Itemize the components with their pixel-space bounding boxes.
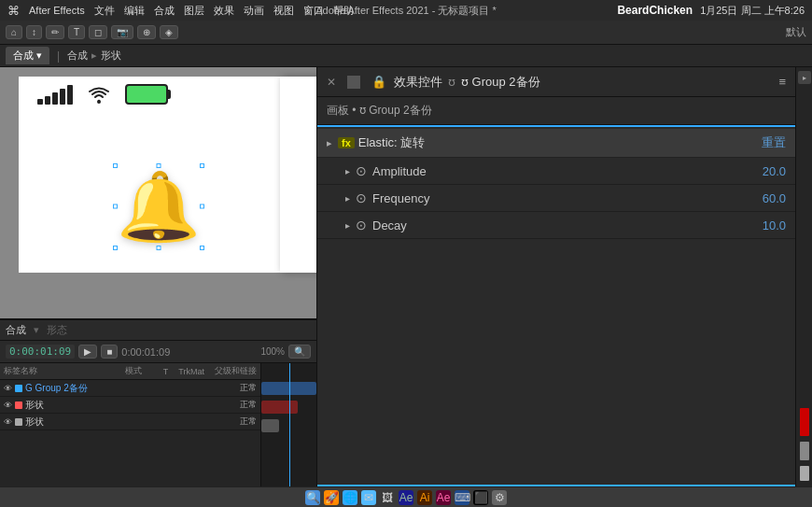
dock-ae2[interactable]: Ae — [436, 490, 451, 505]
layer-color-3 — [15, 418, 22, 426]
timeline-title: 合成 — [6, 323, 26, 337]
dock-settings[interactable]: ⚙ — [492, 490, 507, 505]
effect-main-row[interactable]: ▸ fx Elastic: 旋转 重置 — [317, 129, 795, 158]
group-separator: ʊ — [448, 75, 455, 89]
dock-terminal[interactable]: ⬛ — [473, 490, 488, 505]
toolbar-null[interactable]: ⊕ — [137, 25, 156, 39]
wifi-icon — [86, 84, 112, 105]
layer-name-1[interactable]: G Group 2备份 — [25, 382, 88, 395]
col-t: T — [163, 367, 169, 376]
svg-point-0 — [97, 100, 101, 104]
close-button[interactable]: ✕ — [327, 76, 336, 89]
col-trinmat: TrkMat — [178, 367, 204, 376]
dock-ai[interactable]: Ai — [417, 490, 432, 505]
layer-mode-1[interactable]: 正常 — [240, 382, 257, 394]
frequency-label: Frequency — [372, 191, 763, 205]
menu-edit[interactable]: 编辑 — [124, 4, 145, 18]
col-mode: 模式 — [125, 365, 142, 377]
layer-row-group2[interactable]: 👁 G Group 2备份 正常 — [0, 380, 260, 397]
timeline-header: 合成 ▾ 形态 — [0, 320, 316, 341]
toolbar2: 合成 ▾ | 合成 ▸ 形状 — [0, 45, 812, 67]
frequency-value[interactable]: 60.0 — [763, 191, 786, 205]
handle-bc — [156, 246, 161, 250]
far-right-panel: ▸ — [795, 67, 812, 486]
param-row-frequency: ▸ ⊙ Frequency 60.0 — [317, 185, 795, 212]
menu-effects[interactable]: 效果 — [214, 4, 234, 18]
layer-eye2[interactable]: 👁 — [4, 401, 12, 410]
dock-safari[interactable]: 🌐 — [343, 490, 357, 505]
dock-mail[interactable]: ✉ — [361, 490, 376, 505]
tab-composition[interactable]: 合成 ▾ — [6, 47, 49, 64]
signal-bars-icon — [37, 85, 73, 105]
menu-view[interactable]: 视图 — [273, 4, 294, 18]
handle-tc — [156, 163, 161, 168]
toolbar-shape[interactable]: ◻ — [89, 25, 107, 39]
toolbar-info: 默认 — [786, 25, 806, 39]
menu-file[interactable]: 文件 — [94, 4, 115, 18]
dock-photos[interactable]: 🖼 — [380, 490, 395, 505]
amplitude-value[interactable]: 20.0 — [763, 164, 786, 178]
breadcrumb-shape[interactable]: 形状 — [101, 49, 121, 63]
layer-mode-2[interactable]: 正常 — [240, 399, 257, 411]
col-label: 标签名称 — [4, 365, 37, 377]
toolbar-mask[interactable]: ◈ — [160, 25, 178, 39]
zoom-level: 100% — [260, 346, 285, 357]
color-swatch-red — [800, 408, 809, 436]
decay-value[interactable]: 10.0 — [763, 218, 786, 232]
panel-menu-icon[interactable]: ≡ — [778, 75, 786, 89]
toolbar-arrow[interactable]: ↕ — [26, 25, 42, 39]
menu-bar: ⌘ After Effects 文件 编辑 合成 图层 效果 动画 视图 窗口 … — [0, 0, 812, 21]
timeline-controls: 0:00:01:09 ▶ ■ 0:00:01:09 100% 🔍 — [0, 341, 316, 363]
dock-vscode[interactable]: ⌨ — [455, 490, 469, 505]
effect-name: Elastic: 旋转 — [358, 134, 762, 151]
layer-header: 标签名称 模式 T TrkMat 父级和链接 — [0, 363, 260, 380]
menu-composition[interactable]: 合成 — [154, 4, 175, 18]
play-btn[interactable]: ▶ — [78, 345, 97, 359]
timecode[interactable]: 0:00:01:09 — [6, 345, 75, 359]
canvas-right-overlay — [280, 77, 317, 273]
status-icons — [19, 77, 299, 112]
toolbar-camera[interactable]: 📷 — [111, 25, 133, 39]
dock-ae[interactable]: Ae — [399, 490, 413, 505]
blue-accent-line — [317, 125, 795, 127]
toolbar-text[interactable]: T — [68, 25, 85, 39]
menu-layer[interactable]: 图层 — [184, 4, 204, 18]
stop-btn[interactable]: ■ — [101, 345, 118, 359]
breadcrumb: 合成 ▸ 形状 — [67, 49, 121, 63]
handle-bl — [113, 246, 118, 250]
layer-name-3[interactable]: 形状 — [25, 415, 44, 429]
playhead — [289, 363, 290, 486]
effects-path-text: 画板 • ʊ Group 2备份 — [327, 104, 432, 117]
dock-launchpad[interactable]: 🚀 — [324, 490, 339, 505]
app-name[interactable]: After Effects — [29, 5, 85, 16]
dock: 🔍 🚀 🌐 ✉ 🖼 Ae Ai Ae ⌨ ⬛ ⚙ — [0, 486, 812, 507]
menu-bar-right: BeardChicken 1月25日 周二 上午8:26 — [617, 4, 805, 18]
layer-eye[interactable]: 👁 — [4, 384, 12, 393]
visibility-toggle[interactable] — [347, 76, 360, 89]
lock-icon[interactable]: 🔒 — [371, 75, 386, 89]
layer-eye3[interactable]: 👁 — [4, 417, 12, 427]
fx-badge: fx — [338, 137, 355, 148]
expand-arrow-frequency[interactable]: ▸ — [345, 193, 350, 204]
menu-animation[interactable]: 动画 — [244, 4, 264, 18]
expand-arrow[interactable]: ▸ — [327, 137, 332, 149]
layer-color-1 — [15, 385, 22, 392]
layer-row-shape1[interactable]: 👁 形状 正常 — [0, 397, 260, 414]
color-swatch-gray — [800, 442, 809, 460]
dock-finder[interactable]: 🔍 — [305, 490, 320, 505]
apple-menu[interactable]: ⌘ — [7, 4, 20, 18]
expand-arrow-decay[interactable]: ▸ — [345, 220, 350, 231]
layer-mode-3[interactable]: 正常 — [240, 415, 257, 428]
layer-name-2[interactable]: 形状 — [25, 399, 44, 412]
bar2 — [45, 96, 50, 105]
search-comp[interactable]: 🔍 — [288, 345, 311, 359]
param-row-decay: ▸ ⊙ Decay 10.0 — [317, 212, 795, 239]
far-right-btn1[interactable]: ▸ — [798, 71, 811, 84]
reset-button[interactable]: 重置 — [762, 134, 786, 151]
expand-arrow-amplitude[interactable]: ▸ — [345, 166, 350, 176]
toolbar-pen[interactable]: ✏ — [46, 25, 64, 39]
breadcrumb-root[interactable]: 合成 — [67, 49, 88, 63]
toolbar-home[interactable]: ⌂ — [6, 25, 22, 39]
group-name: ʊ Group 2备份 — [461, 74, 540, 91]
layer-row-shape2[interactable]: 👁 形状 正常 — [0, 414, 260, 430]
